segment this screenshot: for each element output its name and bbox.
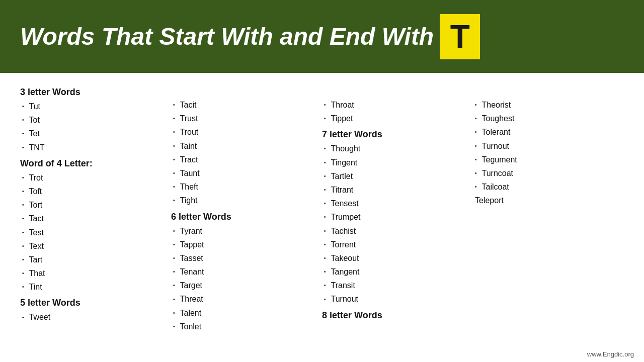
t-badge: T <box>440 14 480 59</box>
list-item: Toft <box>20 185 166 198</box>
list-item: Tort <box>20 198 166 212</box>
list-item: Tint <box>20 280 166 294</box>
list-8-letter: Theorist Toughest Tolerant Turnout Tegum… <box>473 98 619 194</box>
list-item: Tippet <box>322 112 468 125</box>
column-3: Throat Tippet 7 letter Words Thought Tin… <box>322 83 473 333</box>
list-item: Tact <box>20 212 166 225</box>
list-item: Tasset <box>171 251 317 265</box>
heading-4-letter: Word of 4 Letter: <box>20 158 166 169</box>
list-item: Tingent <box>322 156 468 169</box>
list-6-letter: Tyrant Tappet Tasset Tenant Target Threa… <box>171 224 317 334</box>
list-5-letter: Tweet <box>20 310 166 324</box>
heading-3-letter: 3 letter Words <box>20 87 166 98</box>
page-title: Words That Start With and End With T <box>20 14 480 59</box>
list-item: Turnout <box>322 292 468 306</box>
list-5-letter-continued: Tacit Trust Trout Taint Tract Taunt Thef… <box>171 98 317 208</box>
list-item: Tonlet <box>171 320 317 333</box>
standalone-teleport: Teleport <box>475 194 619 207</box>
list-item: Tart <box>20 253 166 266</box>
list-item: Theorist <box>473 98 619 112</box>
list-7-letter: Thought Tingent Tartlet Titrant Tensest … <box>322 142 468 306</box>
list-item: Test <box>20 226 166 239</box>
list-item: Throat <box>322 98 468 112</box>
list-item: Tenant <box>171 265 317 279</box>
list-item: Trout <box>171 125 317 139</box>
heading-7-letter: 7 letter Words <box>322 129 468 140</box>
list-item: Turncoat <box>473 166 619 180</box>
heading-6-letter: 6 letter Words <box>171 212 317 222</box>
list-item: Theft <box>171 180 317 194</box>
list-item: Thought <box>322 142 468 155</box>
list-item: Trust <box>171 112 317 125</box>
list-item: Talent <box>171 306 317 320</box>
list-item: Toughest <box>473 112 619 125</box>
list-item: Tweet <box>20 310 166 324</box>
list-item: Text <box>20 239 166 253</box>
list-item: Tensest <box>322 197 468 210</box>
list-3-letter: Tut Tot Tet TNT <box>20 100 166 154</box>
title-text: Words That Start With and End With <box>20 23 434 50</box>
list-item: Tight <box>171 194 317 207</box>
list-item: That <box>20 266 166 280</box>
list-item: Tot <box>20 113 166 127</box>
heading-8-letter: 8 letter Words <box>322 310 468 321</box>
list-item: Trumpet <box>322 210 468 224</box>
header: Words That Start With and End With T <box>0 0 644 73</box>
list-item: Tangent <box>322 265 468 279</box>
content-area: 3 letter Words Tut Tot Tet TNT Word of 4… <box>0 73 644 338</box>
list-6-continued: Throat Tippet <box>322 98 468 125</box>
list-item: Tet <box>20 127 166 140</box>
footer-url: www.Engdic.org <box>587 350 634 358</box>
list-item: Tailcoat <box>473 180 619 194</box>
list-item: Transit <box>322 279 468 292</box>
heading-5-letter: 5 letter Words <box>20 298 166 308</box>
list-item: Tyrant <box>171 224 317 238</box>
column-2: Tacit Trust Trout Taint Tract Taunt Thef… <box>171 83 322 333</box>
list-item: Taunt <box>171 166 317 180</box>
list-item: Titrant <box>322 183 468 197</box>
list-item: Target <box>171 279 317 292</box>
list-item: Tacit <box>171 98 317 112</box>
list-item: Takeout <box>322 251 468 265</box>
column-1: 3 letter Words Tut Tot Tet TNT Word of 4… <box>20 83 171 333</box>
list-item: Tolerant <box>473 125 619 139</box>
list-item: Torrent <box>322 238 468 251</box>
list-item: Turnout <box>473 139 619 153</box>
list-item: Tachist <box>322 224 468 238</box>
list-item: Tract <box>171 153 317 166</box>
column-4: Theorist Toughest Tolerant Turnout Tegum… <box>473 83 624 333</box>
list-4-letter: Trot Toft Tort Tact Test Text Tart That … <box>20 171 166 294</box>
list-item: Tut <box>20 100 166 113</box>
list-item: Tartlet <box>322 169 468 183</box>
list-item: Taint <box>171 139 317 153</box>
list-item: Tegument <box>473 153 619 166</box>
list-item: TNT <box>20 141 166 154</box>
list-item: Threat <box>171 292 317 306</box>
list-item: Tappet <box>171 238 317 251</box>
list-item: Trot <box>20 171 166 185</box>
